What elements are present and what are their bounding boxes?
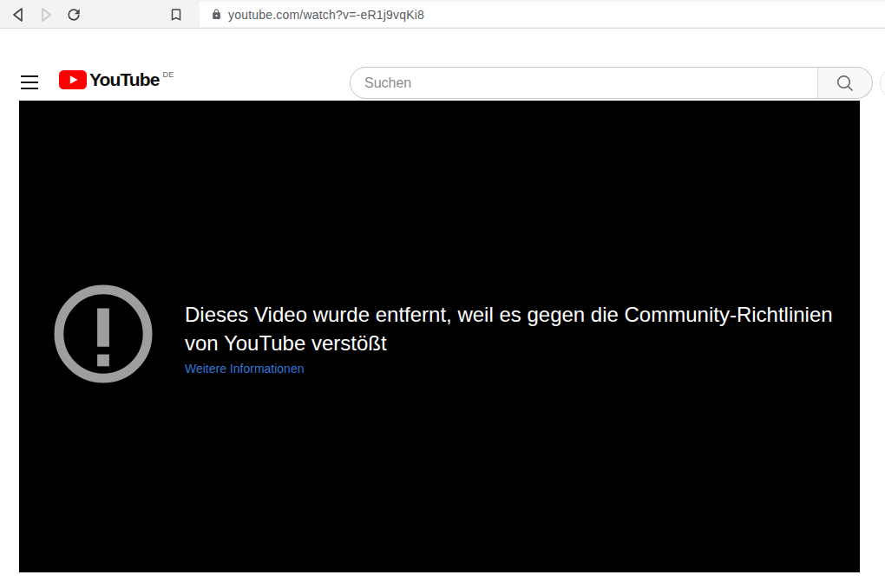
- bookmark-icon: [168, 7, 184, 23]
- browser-bookmark-button[interactable]: [165, 3, 187, 26]
- search-input[interactable]: [350, 67, 818, 99]
- voice-search-button[interactable]: [880, 67, 885, 100]
- hamburger-menu-icon: [21, 75, 38, 77]
- browser-back-button[interactable]: [7, 3, 30, 26]
- youtube-logo-text: YouTube: [89, 69, 159, 90]
- url-text: youtube.com/watch?v=-eR1j9vqKi8: [228, 8, 424, 22]
- youtube-play-icon: [59, 70, 87, 89]
- search-button[interactable]: [817, 67, 873, 99]
- country-code: DE: [162, 70, 174, 79]
- menu-button[interactable]: [19, 72, 40, 93]
- browser-reload-button[interactable]: [62, 3, 85, 26]
- more-info-link[interactable]: Weitere Informationen: [185, 362, 304, 376]
- search-icon: [834, 72, 856, 95]
- lock-icon[interactable]: [211, 9, 222, 20]
- error-message-block: Dieses Video wurde entfernt, weil es geg…: [185, 300, 844, 376]
- video-player: Dieses Video wurde entfernt, weil es geg…: [19, 101, 860, 572]
- browser-forward-button[interactable]: [35, 3, 57, 26]
- error-message: Dieses Video wurde entfernt, weil es geg…: [185, 300, 844, 357]
- page: youtube.com/watch?v=-eR1j9vqKi8 YouTube …: [0, 0, 885, 588]
- reload-icon: [65, 6, 82, 23]
- url-bar[interactable]: youtube.com/watch?v=-eR1j9vqKi8: [200, 2, 885, 27]
- exclamation-circle-icon: [54, 284, 153, 383]
- youtube-header: YouTube DE: [0, 29, 885, 80]
- back-arrow-icon: [9, 5, 28, 24]
- forward-arrow-icon: [36, 5, 56, 24]
- youtube-logo[interactable]: YouTube DE: [59, 69, 174, 90]
- browser-toolbar: youtube.com/watch?v=-eR1j9vqKi8: [0, 0, 885, 29]
